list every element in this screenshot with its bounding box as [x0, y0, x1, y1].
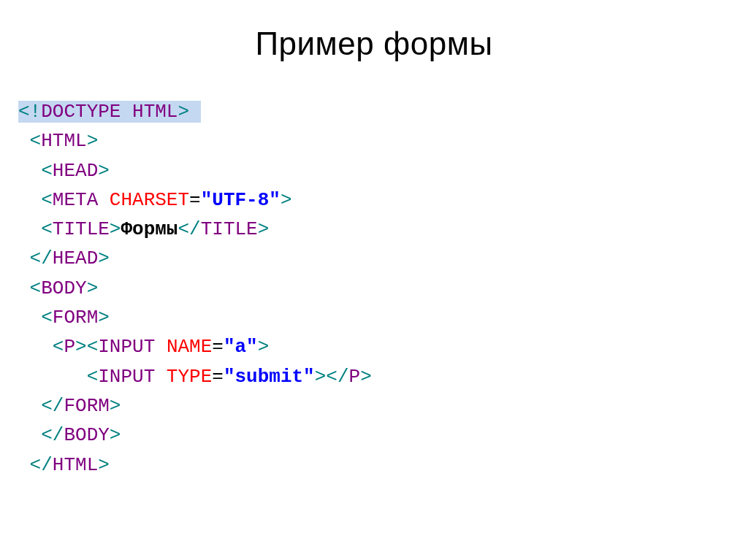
code-line-6: </HEAD>	[30, 248, 110, 269]
tag-meta: META	[53, 189, 98, 211]
punct: <	[41, 160, 53, 182]
tag-form-close: FORM	[64, 395, 109, 417]
space	[98, 189, 110, 211]
tag-p: P	[64, 336, 75, 358]
punct: >	[98, 307, 110, 329]
slide: Пример формы <!DOCTYPE HTML> <HTML> <HEA…	[0, 0, 748, 560]
tag-body: BODY	[41, 277, 86, 299]
punct: >	[110, 424, 121, 446]
equals: =	[189, 189, 201, 211]
slide-title: Пример формы	[18, 26, 730, 62]
tag-head: HEAD	[53, 160, 98, 182]
val-a: "a"	[224, 336, 258, 358]
code-line-13: </HTML>	[30, 454, 110, 476]
title-text: Формы	[121, 218, 178, 240]
attr-charset: CHARSET	[110, 189, 189, 211]
punct: <	[87, 366, 99, 388]
punct: <	[41, 189, 53, 211]
code-line-1: <!DOCTYPE HTML>	[18, 101, 201, 123]
equals: =	[212, 366, 224, 388]
punct: <	[41, 218, 53, 240]
code-line-5: <TITLE>Формы</TITLE>	[41, 218, 269, 240]
tag-form: FORM	[53, 307, 98, 329]
code-block: <!DOCTYPE HTML> <HTML> <HEAD> <META CHAR…	[18, 97, 730, 480]
code-line-8: <FORM>	[41, 307, 110, 329]
punct: >	[110, 218, 121, 240]
punct: >	[258, 218, 270, 240]
punct: <	[41, 307, 53, 329]
punct: >	[360, 366, 372, 388]
code-line-2: <HTML>	[30, 130, 99, 152]
punct: </	[178, 218, 200, 240]
punct: >	[98, 454, 110, 476]
tag-input: INPUT	[98, 366, 155, 388]
trailing-space	[189, 101, 201, 123]
code-line-4: <META CHARSET="UTF-8">	[41, 189, 291, 211]
punct: >	[87, 277, 99, 299]
tag-p-close: P	[349, 366, 361, 388]
space	[155, 336, 167, 358]
code-line-7: <BODY>	[30, 277, 99, 299]
val-utf8: "UTF-8"	[201, 189, 280, 211]
code-line-10: <INPUT TYPE="submit"></P>	[87, 366, 372, 388]
punct: >	[87, 130, 99, 152]
code-line-9: <P><INPUT NAME="a">	[53, 336, 270, 358]
punct: >	[280, 189, 292, 211]
tag-input: INPUT	[98, 336, 155, 358]
code-line-3: <HEAD>	[41, 160, 110, 182]
punct: >	[178, 101, 189, 123]
attr-type: TYPE	[167, 366, 212, 388]
punct: </	[41, 424, 64, 446]
punct: >	[110, 395, 121, 417]
tag-body-close: BODY	[64, 424, 109, 446]
tag-html-close: HTML	[53, 454, 98, 476]
punct: <	[30, 277, 42, 299]
doctype: DOCTYPE HTML	[41, 101, 178, 123]
attr-name: NAME	[167, 336, 212, 358]
punct: ><	[75, 336, 98, 358]
punct: </	[30, 248, 53, 269]
tag-head-close: HEAD	[53, 248, 98, 269]
space	[155, 366, 167, 388]
punct: </	[30, 454, 53, 476]
punct: >	[258, 336, 270, 358]
punct: <	[30, 130, 42, 152]
punct: <	[53, 336, 64, 358]
punct: ></	[315, 366, 349, 388]
tag-html: HTML	[41, 130, 86, 152]
punct: >	[98, 248, 110, 269]
code-line-12: </BODY>	[41, 424, 121, 446]
tag-title-close: TITLE	[201, 218, 258, 240]
punct: <!	[18, 101, 41, 123]
equals: =	[212, 336, 224, 358]
code-line-11: </FORM>	[41, 395, 121, 417]
punct: </	[41, 395, 64, 417]
punct: >	[98, 160, 110, 182]
val-submit: "submit"	[224, 366, 315, 388]
tag-title: TITLE	[53, 218, 110, 240]
